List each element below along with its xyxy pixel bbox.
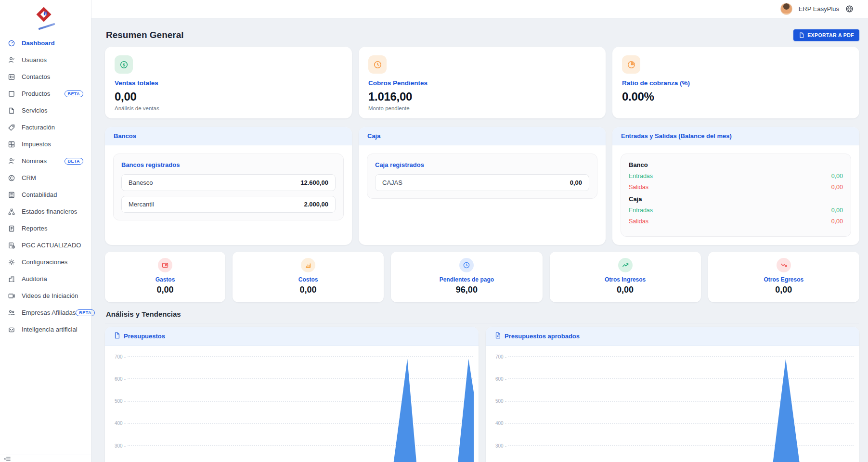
beta-badge: BETA	[65, 158, 83, 165]
kpi-subtitle: Monto pendiente	[368, 105, 596, 111]
topbar: ERP EasyPlus	[91, 0, 868, 18]
caja-panel-title: Caja	[359, 127, 606, 145]
y-axis-tick: 600	[111, 376, 126, 382]
cash-balance: 0,00	[570, 179, 582, 186]
sidebar-item-reportes[interactable]: Reportes	[5, 220, 86, 237]
kpi-subtitle: Análisis de ventas	[115, 105, 342, 111]
mini-label-link[interactable]: Costos	[237, 276, 379, 283]
kpi-card-ratio-cobranza: Ratio de cobranza (%) 0.00%	[612, 47, 859, 118]
cash-name: CAJAS	[382, 179, 402, 186]
sidebar-item-impuestos[interactable]: Impuestos	[5, 136, 86, 153]
chart-title: Presupuestos	[124, 333, 165, 340]
kpi-title-link[interactable]: Ventas totales	[115, 79, 342, 87]
y-axis-tick: 700	[111, 354, 126, 359]
bancos-registrados-title: Bancos registrados	[121, 161, 336, 168]
trends-section-title: Análisis y Tendencias	[106, 310, 181, 318]
pie-chart-icon	[622, 55, 640, 74]
sidebar-nav: Dashboard Usuarios Contactos Productos B…	[0, 32, 91, 338]
charts-row: Presupuestos 700600500400300 Presupuesto…	[105, 327, 859, 462]
dashboard-content: Resumen General EXPORTAR A PDF $ Ventas …	[91, 18, 868, 462]
box-icon	[8, 90, 15, 98]
balance-panel: Entradas y Salidas (Balance del mes) Ban…	[612, 127, 859, 245]
sidebar-item-dashboard[interactable]: Dashboard	[5, 35, 86, 51]
presupuestos-aprobados-chart: 700600500400300	[486, 346, 859, 462]
balance-group-name: Caja	[629, 195, 843, 203]
y-axis-tick: 400	[111, 421, 126, 426]
kpi-title-link[interactable]: Cobros Pendientes	[368, 79, 596, 87]
sidebar-item-inteligencia-artificial[interactable]: Inteligencia artificial	[5, 321, 86, 338]
sidebar-item-estados-financieros[interactable]: Estados financieros	[5, 203, 86, 220]
clock-icon	[459, 258, 474, 272]
chart-title: Presupuestos aprobados	[505, 333, 580, 340]
collapse-sidebar-icon[interactable]	[4, 455, 11, 462]
budget-document-icon	[114, 332, 120, 340]
language-globe-icon[interactable]	[845, 5, 854, 13]
sidebar-item-contactos[interactable]: Contactos	[5, 68, 86, 85]
balance-entry: Entradas 0,00	[629, 207, 843, 214]
pdf-file-icon	[799, 32, 804, 38]
mini-label-link[interactable]: Gastos	[110, 276, 220, 283]
mini-label-link[interactable]: Pendientes de pago	[396, 276, 537, 283]
y-axis-tick: 500	[111, 398, 126, 404]
bank-name: Banesco	[129, 179, 153, 186]
kpi-card-cobros-pendientes: Cobros Pendientes 1.016,00 Monto pendien…	[359, 47, 606, 118]
sidebar-footer	[0, 454, 91, 462]
clock-icon	[368, 55, 387, 74]
bancos-panel: Bancos Bancos registrados Banesco 12.600…	[105, 127, 352, 245]
balance-group-name: Banco	[629, 161, 843, 168]
bancos-panel-title: Bancos	[105, 127, 352, 145]
tag-icon	[8, 124, 15, 131]
sidebar-item-productos[interactable]: Productos BETA	[5, 85, 86, 102]
app-logo[interactable]: e	[0, 0, 91, 32]
bank-row: Mercantil 2.000,00	[121, 196, 336, 213]
presupuestos-chart-card: Presupuestos 700600500400300	[105, 327, 479, 462]
user-name: ERP EasyPlus	[799, 5, 839, 13]
kpi-title-link[interactable]: Ratio de cobranza (%)	[622, 79, 850, 87]
trend-up-icon	[618, 258, 633, 272]
caja-registrados-title: Caja registrados	[375, 161, 589, 168]
sidebar-item-auditoria[interactable]: Auditoría	[5, 270, 86, 287]
mini-label-link[interactable]: Otros Egresos	[713, 276, 855, 283]
gear-icon	[8, 258, 15, 266]
sidebar-item-contabilidad[interactable]: Contabilidad	[5, 186, 86, 203]
y-axis-tick: 700	[492, 354, 506, 359]
export-pdf-button[interactable]: EXPORTAR A PDF	[793, 29, 859, 41]
beta-badge: BETA	[76, 309, 94, 316]
user-avatar[interactable]	[780, 3, 792, 15]
mini-card-gastos: Gastos 0,00	[105, 252, 225, 302]
sidebar-item-crm[interactable]: CRM	[5, 169, 86, 186]
mini-label-link[interactable]: Otros Ingresos	[555, 276, 696, 283]
sidebar-item-usuarios[interactable]: Usuarios	[5, 51, 86, 68]
users-icon	[8, 309, 15, 317]
mini-value: 96,00	[396, 285, 537, 295]
mini-value: 0,00	[555, 285, 696, 295]
y-axis-tick: 600	[492, 376, 506, 382]
sidebar-item-facturacion[interactable]: Facturación	[5, 119, 86, 136]
kpi-value: 1.016,00	[368, 90, 596, 103]
trend-down-icon	[777, 258, 791, 272]
sidebar-item-servicios[interactable]: Servicios	[5, 102, 86, 119]
sidebar: e Dashboard Usuarios Contactos Productos…	[0, 0, 91, 462]
kpi-card-ventas-totales: $ Ventas totales 0,00 Análisis de ventas	[105, 47, 352, 118]
kpi-value: 0.00%	[622, 90, 850, 103]
bar-chart-icon	[301, 258, 315, 272]
bank-balance: 2.000,00	[304, 201, 328, 208]
report-icon	[8, 225, 15, 232]
sidebar-item-pgc[interactable]: PGC ACTUALIZADO	[5, 237, 86, 254]
y-axis-tick: 400	[492, 421, 506, 426]
contact-card-icon	[8, 73, 15, 81]
sidebar-item-configuraciones[interactable]: Configuraciones	[5, 254, 86, 270]
sidebar-item-videos[interactable]: Videos de Iniciación	[5, 287, 86, 304]
bancos-registrados-subcard: Bancos registrados Banesco 12.600,00 Mer…	[113, 154, 344, 220]
sidebar-item-empresas-afiliadas[interactable]: Empresas Afiliadas BETA	[5, 304, 86, 321]
hierarchy-icon	[8, 208, 15, 216]
person-icon	[8, 157, 15, 165]
mini-card-otros-egresos: Otros Egresos 0,00	[708, 252, 859, 302]
balance-panel-title: Entradas y Salidas (Balance del mes)	[612, 127, 859, 145]
y-axis-tick: 300	[492, 443, 506, 449]
accounts-row: Bancos Bancos registrados Banesco 12.600…	[105, 127, 859, 245]
cash-row: CAJAS 0,00	[375, 174, 589, 191]
copyright-circle-icon	[8, 174, 15, 182]
bank-balance: 12.600,00	[300, 179, 328, 186]
sidebar-item-nominas[interactable]: Nóminas BETA	[5, 153, 86, 169]
